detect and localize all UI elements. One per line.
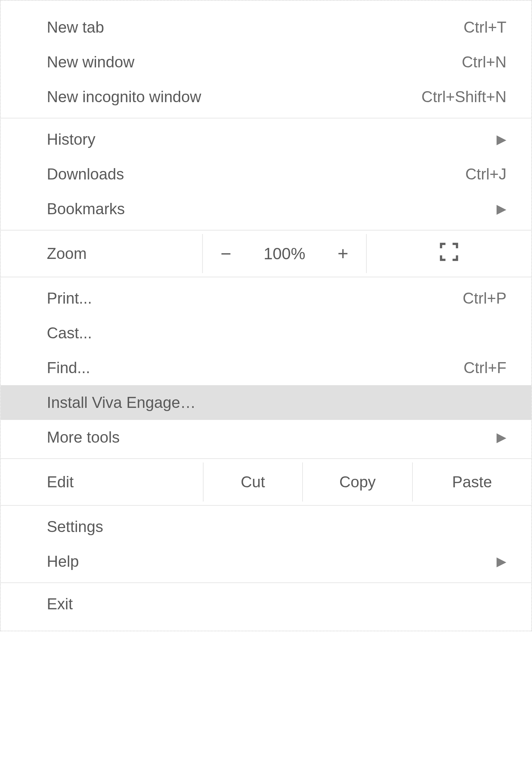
menu-item-exit[interactable]: Exit bbox=[1, 587, 531, 621]
submenu-arrow-icon: ▶ bbox=[497, 132, 506, 147]
menu-item-shortcut: Ctrl+N bbox=[462, 53, 506, 71]
menu-item-new-incognito-window[interactable]: New incognito window Ctrl+Shift+N bbox=[1, 79, 531, 114]
edit-label: Edit bbox=[1, 462, 203, 502]
menu-item-more-tools[interactable]: More tools ▶ bbox=[1, 420, 531, 455]
menu-item-cast[interactable]: Cast... bbox=[1, 316, 531, 350]
edit-paste-button[interactable]: Paste bbox=[412, 462, 531, 502]
menu-item-shortcut: Ctrl+F bbox=[464, 359, 506, 377]
zoom-label: Zoom bbox=[1, 234, 203, 273]
submenu-arrow-icon: ▶ bbox=[497, 201, 506, 216]
browser-overflow-menu: New tab Ctrl+T New window Ctrl+N New inc… bbox=[0, 0, 532, 631]
submenu-arrow-icon: ▶ bbox=[497, 430, 506, 445]
menu-item-shortcut: Ctrl+T bbox=[464, 18, 506, 36]
zoom-level-value: 100% bbox=[249, 234, 320, 273]
menu-item-label: New window bbox=[47, 53, 455, 71]
menu-item-settings[interactable]: Settings bbox=[1, 509, 531, 544]
menu-item-label: History bbox=[47, 131, 489, 148]
menu-section-tools: Print... Ctrl+P Cast... Find... Ctrl+F I… bbox=[1, 277, 531, 459]
menu-item-label: Find... bbox=[47, 359, 456, 377]
menu-item-label: Print... bbox=[47, 289, 456, 307]
zoom-out-button[interactable]: − bbox=[203, 234, 249, 273]
menu-section-edit: Edit Cut Copy Paste bbox=[1, 459, 531, 506]
menu-item-edit: Edit Cut Copy Paste bbox=[1, 462, 531, 502]
edit-cut-button[interactable]: Cut bbox=[203, 462, 302, 502]
menu-item-shortcut: Ctrl+Shift+N bbox=[421, 88, 506, 106]
menu-section-navigate: History ▶ Downloads Ctrl+J Bookmarks ▶ bbox=[1, 118, 531, 231]
menu-item-label: Exit bbox=[47, 595, 506, 613]
menu-item-label: New incognito window bbox=[47, 88, 414, 106]
menu-item-label: Install Viva Engage… bbox=[47, 394, 506, 411]
menu-item-help[interactable]: Help ▶ bbox=[1, 544, 531, 579]
menu-item-label: Help bbox=[47, 553, 489, 570]
menu-item-zoom: Zoom − 100% + bbox=[1, 234, 531, 273]
submenu-arrow-icon: ▶ bbox=[497, 554, 506, 569]
fullscreen-button[interactable] bbox=[366, 234, 531, 273]
menu-item-history[interactable]: History ▶ bbox=[1, 122, 531, 157]
menu-item-find[interactable]: Find... Ctrl+F bbox=[1, 350, 531, 385]
menu-item-new-tab[interactable]: New tab Ctrl+T bbox=[1, 10, 531, 45]
menu-section-new: New tab Ctrl+T New window Ctrl+N New inc… bbox=[1, 6, 531, 118]
menu-item-label: Cast... bbox=[47, 324, 506, 342]
edit-copy-button[interactable]: Copy bbox=[302, 462, 412, 502]
menu-item-install-viva-engage[interactable]: Install Viva Engage… bbox=[1, 385, 531, 420]
menu-item-label: New tab bbox=[47, 18, 456, 36]
menu-section-zoom: Zoom − 100% + bbox=[1, 231, 531, 277]
menu-item-shortcut: Ctrl+J bbox=[465, 165, 506, 183]
zoom-in-button[interactable]: + bbox=[320, 234, 366, 273]
menu-item-print[interactable]: Print... Ctrl+P bbox=[1, 281, 531, 316]
menu-item-shortcut: Ctrl+P bbox=[463, 289, 506, 307]
menu-item-new-window[interactable]: New window Ctrl+N bbox=[1, 45, 531, 79]
menu-item-label: More tools bbox=[47, 428, 489, 446]
fullscreen-icon bbox=[438, 241, 460, 266]
menu-item-label: Bookmarks bbox=[47, 200, 489, 218]
menu-item-bookmarks[interactable]: Bookmarks ▶ bbox=[1, 192, 531, 226]
menu-item-label: Settings bbox=[47, 518, 506, 536]
menu-item-downloads[interactable]: Downloads Ctrl+J bbox=[1, 157, 531, 192]
menu-item-label: Downloads bbox=[47, 165, 458, 183]
menu-section-settings: Settings Help ▶ bbox=[1, 506, 531, 583]
menu-section-exit: Exit bbox=[1, 583, 531, 625]
